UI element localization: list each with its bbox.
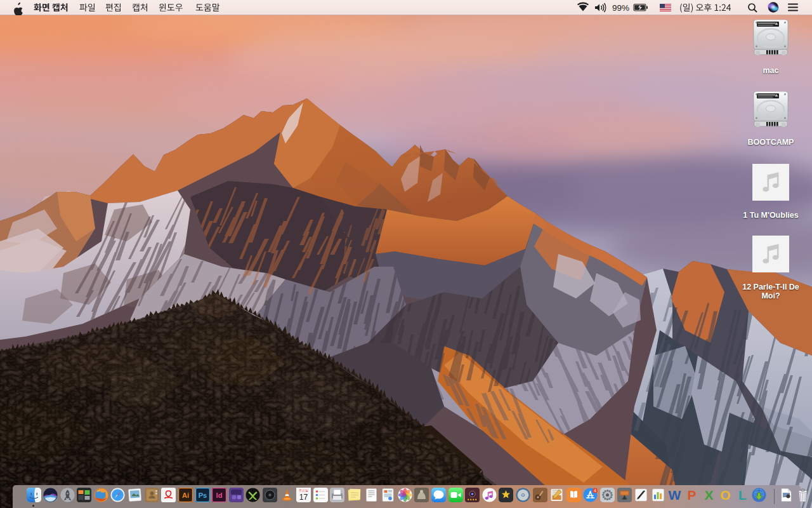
svg-text:X: X bbox=[704, 488, 713, 502]
svg-text:Ai: Ai bbox=[182, 491, 189, 499]
svg-text:토요일: 토요일 bbox=[299, 488, 308, 492]
svg-text:17: 17 bbox=[299, 493, 308, 502]
svg-text:W: W bbox=[669, 488, 681, 502]
svg-text:P: P bbox=[687, 488, 696, 502]
svg-text:99%: 99% bbox=[612, 3, 629, 13]
svg-text:Ps: Ps bbox=[199, 491, 207, 499]
svg-text:4: 4 bbox=[594, 488, 596, 493]
svg-text:L: L bbox=[738, 488, 747, 502]
svg-text:O: O bbox=[720, 488, 730, 502]
svg-text:Id: Id bbox=[216, 491, 223, 499]
